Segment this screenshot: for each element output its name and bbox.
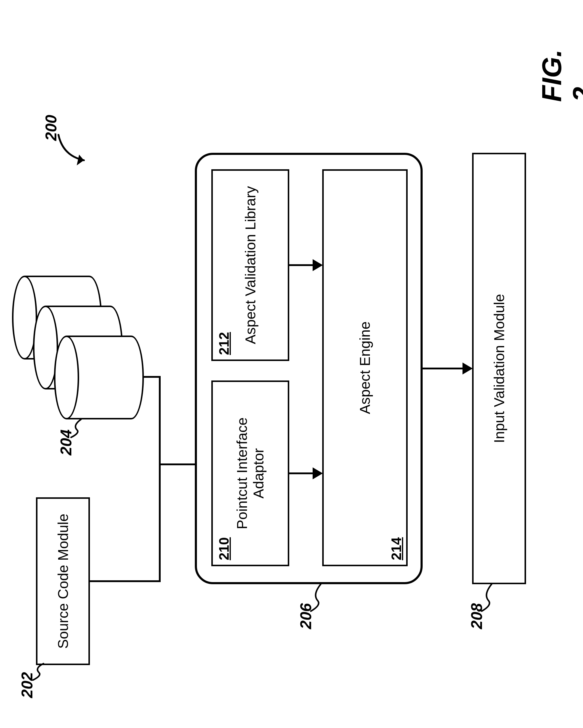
- arrow-db-down: [144, 376, 161, 378]
- aspect-engine-box: Aspect Engine: [322, 169, 408, 566]
- arrow-tee-down: [159, 464, 201, 465]
- arrow-source-right: [159, 376, 161, 582]
- lead-206: [309, 581, 327, 613]
- figure-title: FIG. 2: [536, 49, 583, 102]
- arrow-pointcut-down: [289, 472, 313, 474]
- arrow-source-down: [90, 580, 159, 582]
- pointcut-adaptor-label: Pointcut Interface Adaptor: [234, 417, 267, 529]
- aspect-engine-label: Aspect Engine: [357, 321, 373, 414]
- input-validation-module-label: Input Validation Module: [491, 294, 507, 443]
- lead-202: [31, 660, 48, 681]
- source-code-module-label: Source Code Module: [55, 514, 71, 649]
- arrowhead-lib-down: [313, 259, 323, 271]
- arrow-lib-down: [289, 264, 313, 266]
- database-cylinder-1: [54, 336, 144, 419]
- arrowhead-pointcut-down: [313, 467, 323, 479]
- source-code-module-box: Source Code Module: [36, 497, 90, 665]
- lead-200: [57, 129, 106, 174]
- svg-marker-0: [77, 155, 84, 165]
- lead-204: [70, 416, 86, 439]
- aspect-validation-library-label: Aspect Validation Library: [242, 186, 259, 344]
- ref-210: 210: [216, 537, 232, 560]
- lead-208: [480, 581, 498, 613]
- ref-214: 214: [388, 537, 404, 560]
- input-validation-module-box: Input Validation Module: [472, 153, 526, 584]
- arrow-aop-down: [423, 368, 463, 369]
- ref-212: 212: [216, 332, 232, 355]
- arrowhead-aop-down: [462, 363, 473, 374]
